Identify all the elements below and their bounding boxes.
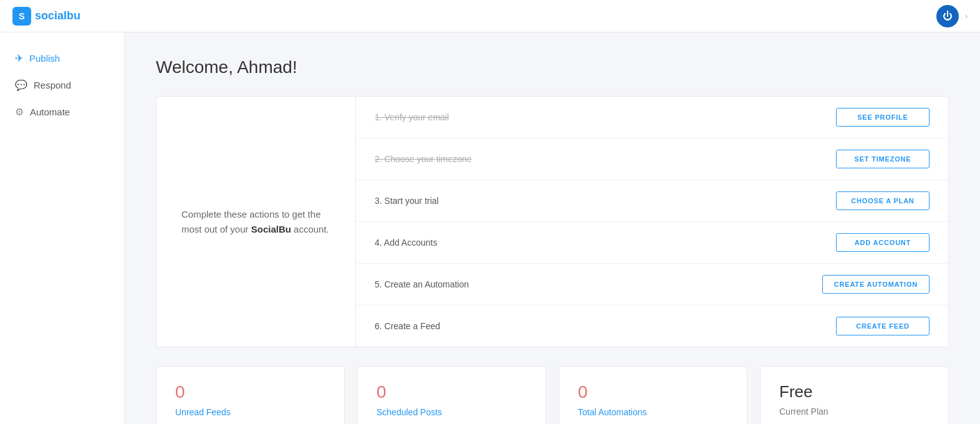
action-row-create-feed: 6. Create a FeedCREATE FEED bbox=[356, 306, 948, 347]
action-btn-start-trial[interactable]: CHOOSE A PLAN bbox=[836, 191, 930, 210]
respond-icon: 💬 bbox=[15, 79, 27, 91]
sidebar-item-publish[interactable]: ✈ Publish bbox=[0, 45, 124, 72]
sidebar-item-automate[interactable]: ⚙ Automate bbox=[0, 99, 124, 125]
stat-card-unread-feeds: 0Unread Feeds bbox=[156, 366, 345, 424]
sidebar-label-automate: Automate bbox=[30, 107, 70, 117]
stat-label-scheduled-posts: Scheduled Posts bbox=[377, 407, 527, 417]
welcome-text: Complete these actions to get the most o… bbox=[181, 207, 330, 237]
publish-icon: ✈ bbox=[15, 52, 23, 64]
stat-number-scheduled-posts: 0 bbox=[377, 382, 527, 402]
chevron-icon: › bbox=[965, 12, 968, 21]
logo-icon: S bbox=[12, 7, 31, 26]
power-button[interactable]: ⏻ bbox=[936, 5, 959, 27]
stat-number-current-plan: Free bbox=[779, 382, 930, 402]
action-row-choose-timezone: 2. Choose your timezoneSET TIMEZONE bbox=[356, 138, 948, 180]
action-btn-create-automation[interactable]: CREATE AUTOMATION bbox=[822, 275, 930, 294]
action-row-create-automation: 5. Create an AutomationCREATE AUTOMATION bbox=[356, 264, 948, 306]
navbar: S socialbu ⏻ › bbox=[0, 0, 980, 32]
navbar-right: ⏻ › bbox=[936, 5, 968, 27]
actions-list: 1. Verify your emailSEE PROFILE2. Choose… bbox=[356, 97, 948, 347]
sidebar-item-respond[interactable]: 💬 Respond bbox=[0, 72, 124, 99]
action-label-verify-email: 1. Verify your email bbox=[375, 112, 449, 122]
action-row-start-trial: 3. Start your trialCHOOSE A PLAN bbox=[356, 180, 948, 222]
page-title: Welcome, Ahmad! bbox=[156, 57, 949, 77]
action-row-add-accounts: 4. Add AccountsADD ACCOUNT bbox=[356, 222, 948, 264]
sidebar-label-respond: Respond bbox=[34, 80, 71, 90]
sidebar-label-publish: Publish bbox=[29, 53, 60, 64]
layout: ✈ Publish 💬 Respond ⚙ Automate Welcome, … bbox=[0, 32, 980, 424]
action-label-create-automation: 5. Create an Automation bbox=[375, 279, 469, 289]
stat-card-total-automations: 0Total Automations bbox=[559, 366, 747, 424]
stat-label-total-automations: Total Automations bbox=[578, 407, 728, 417]
action-row-verify-email: 1. Verify your emailSEE PROFILE bbox=[356, 97, 948, 138]
logo[interactable]: S socialbu bbox=[12, 7, 80, 26]
action-btn-choose-timezone[interactable]: SET TIMEZONE bbox=[836, 150, 930, 168]
stat-card-scheduled-posts: 0Scheduled Posts bbox=[357, 366, 546, 424]
automate-icon: ⚙ bbox=[15, 106, 24, 118]
stat-number-total-automations: 0 bbox=[578, 382, 728, 402]
action-label-start-trial: 3. Start your trial bbox=[375, 196, 439, 206]
action-btn-add-accounts[interactable]: ADD ACCOUNT bbox=[836, 233, 930, 252]
stats-row: 0Unread Feeds0Scheduled Posts0Total Auto… bbox=[156, 366, 949, 424]
main-content: Welcome, Ahmad! Complete these actions t… bbox=[125, 32, 980, 424]
action-btn-verify-email[interactable]: SEE PROFILE bbox=[836, 108, 930, 127]
stat-label-unread-feeds: Unread Feeds bbox=[175, 407, 325, 417]
welcome-card: Complete these actions to get the most o… bbox=[156, 96, 949, 347]
action-label-add-accounts: 4. Add Accounts bbox=[375, 238, 437, 248]
action-label-create-feed: 6. Create a Feed bbox=[375, 321, 440, 331]
stat-label-current-plan: Current Plan bbox=[779, 407, 930, 417]
action-label-choose-timezone: 2. Choose your timezone bbox=[375, 154, 472, 164]
stat-number-unread-feeds: 0 bbox=[175, 382, 325, 402]
welcome-description: Complete these actions to get the most o… bbox=[156, 97, 356, 347]
sidebar: ✈ Publish 💬 Respond ⚙ Automate bbox=[0, 32, 125, 424]
logo-text: socialbu bbox=[35, 9, 80, 22]
stat-card-current-plan: FreeCurrent Plan bbox=[760, 366, 949, 424]
action-btn-create-feed[interactable]: CREATE FEED bbox=[836, 317, 930, 335]
